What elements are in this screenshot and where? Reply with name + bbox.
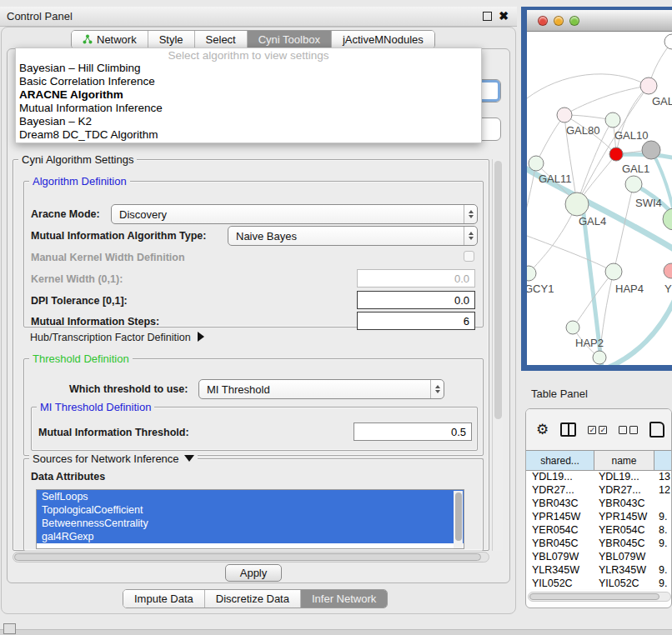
network-view-window: GALGAL80GAL10GAL1GAL11SWI4GAL4GCY1HAP4YH… bbox=[521, 7, 672, 371]
network-window-titlebar[interactable] bbox=[527, 10, 672, 32]
which-threshold-label: Which threshold to use: bbox=[69, 383, 188, 395]
tab-cyni-toolbox[interactable]: Cyni Toolbox bbox=[248, 31, 332, 48]
column-header-name[interactable]: name bbox=[594, 451, 654, 470]
algorithm-dropdown-popup: Select algorithm to view settings Bayesi… bbox=[15, 48, 482, 143]
mi-algorithm-type-combobox[interactable]: Naive Bayes bbox=[228, 226, 478, 246]
aracne-mode-label: Aracne Mode: bbox=[31, 208, 100, 220]
list-scrollbar[interactable] bbox=[454, 491, 463, 548]
tab-network[interactable]: Network bbox=[72, 31, 148, 48]
algorithm-option[interactable]: Dream8 DC_TDC Algorithm bbox=[16, 128, 481, 142]
network-icon bbox=[83, 34, 93, 44]
float-window-icon[interactable] bbox=[483, 12, 492, 21]
settings-vertical-scrollbar[interactable] bbox=[492, 159, 503, 551]
hub-factor-expander[interactable]: Hub/Transcription Factor Definition bbox=[30, 332, 204, 343]
network-node[interactable] bbox=[664, 34, 672, 49]
table-cell: 13 bbox=[654, 471, 672, 484]
tab-network-label: Network bbox=[97, 33, 137, 46]
algorithm-option[interactable]: ARACNE Algorithm bbox=[16, 88, 481, 102]
table-horizontal-scrollbar[interactable] bbox=[528, 592, 671, 602]
network-node[interactable] bbox=[605, 263, 622, 280]
network-node[interactable] bbox=[557, 108, 572, 122]
table-row[interactable]: YDR27...YDR27...12 bbox=[526, 484, 672, 498]
data-attribute-item[interactable]: SelfLoops bbox=[37, 490, 464, 503]
network-node[interactable] bbox=[593, 351, 606, 364]
table-row[interactable]: YBR045CYBR045C9. bbox=[526, 538, 672, 551]
kernel-width-field[interactable]: 0.0 bbox=[357, 269, 475, 288]
network-node-label: GAL bbox=[652, 95, 672, 108]
network-node[interactable] bbox=[663, 208, 672, 230]
algorithm-definition-title: Algorithm Definition bbox=[29, 175, 130, 188]
mi-steps-label: Mutual Information Steps: bbox=[31, 316, 159, 328]
table-cell: YER054C bbox=[526, 524, 594, 538]
table-row[interactable]: YPR145WYPR145W9. bbox=[526, 511, 672, 524]
table-row[interactable]: YER054CYER054C8. bbox=[526, 524, 672, 538]
network-node[interactable] bbox=[566, 321, 579, 334]
dpi-tolerance-label: DPI Tolerance [0,1]: bbox=[31, 295, 128, 307]
aracne-mode-combobox[interactable]: Discovery bbox=[111, 204, 478, 224]
corner-widget-icon[interactable] bbox=[3, 623, 16, 634]
algorithm-option[interactable]: Bayesian – K2 bbox=[16, 115, 481, 128]
which-threshold-combobox[interactable]: MI Threshold bbox=[198, 379, 444, 399]
window-minimize-icon[interactable] bbox=[554, 16, 564, 26]
manual-kernel-width-checkbox[interactable] bbox=[464, 251, 474, 262]
data-attribute-item[interactable]: BetweennessCentrality bbox=[37, 517, 464, 530]
network-node[interactable] bbox=[642, 141, 660, 159]
select-all-columns-icon[interactable]: ✓ ✓ bbox=[588, 426, 607, 434]
tab-jactivemnodules[interactable]: jActiveMNodules bbox=[332, 31, 434, 48]
table-row[interactable]: YBR043CYBR043C bbox=[526, 498, 672, 511]
threshold-definition-group: Threshold Definition Which threshold to … bbox=[23, 358, 484, 456]
network-node[interactable] bbox=[529, 156, 544, 171]
close-icon[interactable]: ✖ bbox=[499, 12, 509, 21]
table-panel-window: ⚙ ✓ ✓ shared... name YDL19...YDL19...13Y… bbox=[525, 408, 672, 608]
network-node[interactable] bbox=[664, 263, 672, 278]
table-row[interactable]: YDL19...YDL19...13 bbox=[526, 471, 672, 484]
algorithm-definition-group: Algorithm Definition Aracne Mode: Discov… bbox=[23, 181, 484, 328]
network-node-label: Y bbox=[664, 282, 672, 295]
dpi-tolerance-field[interactable]: 0.0 bbox=[357, 291, 475, 309]
table-row[interactable]: YIL052CYIL052C9. bbox=[526, 578, 672, 589]
network-node[interactable] bbox=[640, 78, 657, 94]
network-node-label: GAL4 bbox=[579, 215, 606, 228]
unselect-all-columns-icon[interactable] bbox=[619, 426, 638, 434]
cyni-bottom-tabbar: Impute Data Discretize Data Infer Networ… bbox=[123, 589, 388, 608]
data-attributes-list[interactable]: SelfLoopsTopologicalCoefficientBetweenne… bbox=[36, 489, 464, 549]
window-zoom-icon[interactable] bbox=[569, 16, 579, 26]
table-row[interactable]: YLR345WYLR345W9. bbox=[526, 564, 672, 578]
mi-threshold-field[interactable]: 0.5 bbox=[354, 422, 472, 441]
tab-discretize-data[interactable]: Discretize Data bbox=[205, 590, 301, 608]
network-node-label: HAP4 bbox=[615, 282, 644, 295]
apply-button[interactable]: Apply bbox=[225, 564, 282, 582]
algorithm-option[interactable]: Bayesian – Hill Climbing bbox=[16, 62, 481, 75]
network-node[interactable] bbox=[605, 112, 620, 128]
spinner-arrows-icon bbox=[464, 205, 477, 223]
column-header-shared[interactable]: shared... bbox=[526, 451, 594, 470]
columns-icon[interactable] bbox=[560, 422, 576, 437]
sources-title[interactable]: Sources for Network Inference bbox=[29, 452, 198, 465]
checked-box-icon: ✓ bbox=[588, 426, 596, 434]
network-node[interactable] bbox=[527, 266, 536, 281]
tab-style[interactable]: Style bbox=[148, 31, 195, 48]
unchecked-box-icon bbox=[629, 426, 638, 434]
data-attribute-item[interactable]: gal4RGexp bbox=[37, 530, 464, 543]
threshold-definition-title: Threshold Definition bbox=[29, 352, 133, 365]
tab-select[interactable]: Select bbox=[195, 31, 248, 48]
network-canvas[interactable]: GALGAL80GAL10GAL1GAL11SWI4GAL4GCY1HAP4YH… bbox=[527, 32, 672, 365]
column-header-partial[interactable] bbox=[654, 451, 672, 470]
hub-factor-label: Hub/Transcription Factor Definition bbox=[30, 332, 191, 343]
table-row[interactable]: YBL079WYBL079W bbox=[526, 551, 672, 564]
gear-icon[interactable]: ⚙ bbox=[536, 422, 549, 437]
network-node[interactable] bbox=[625, 176, 642, 192]
algorithm-option[interactable]: Mutual Information Inference bbox=[16, 102, 481, 115]
tab-impute-data[interactable]: Impute Data bbox=[123, 590, 205, 608]
tab-infer-network[interactable]: Infer Network bbox=[301, 590, 387, 608]
window-close-icon[interactable] bbox=[538, 16, 548, 26]
settings-horizontal-scrollbar[interactable] bbox=[13, 552, 489, 562]
document-icon[interactable] bbox=[649, 422, 664, 438]
mi-steps-field[interactable]: 6 bbox=[357, 312, 475, 330]
network-node[interactable] bbox=[609, 148, 623, 161]
tab-discretize-data-label: Discretize Data bbox=[216, 592, 289, 605]
algorithm-option[interactable]: Basic Correlation Inference bbox=[16, 75, 481, 88]
cyni-algorithm-settings-title: Cyni Algorithm Settings bbox=[18, 153, 137, 166]
network-node[interactable] bbox=[565, 192, 589, 216]
data-attribute-item[interactable]: TopologicalCoefficient bbox=[37, 503, 464, 517]
